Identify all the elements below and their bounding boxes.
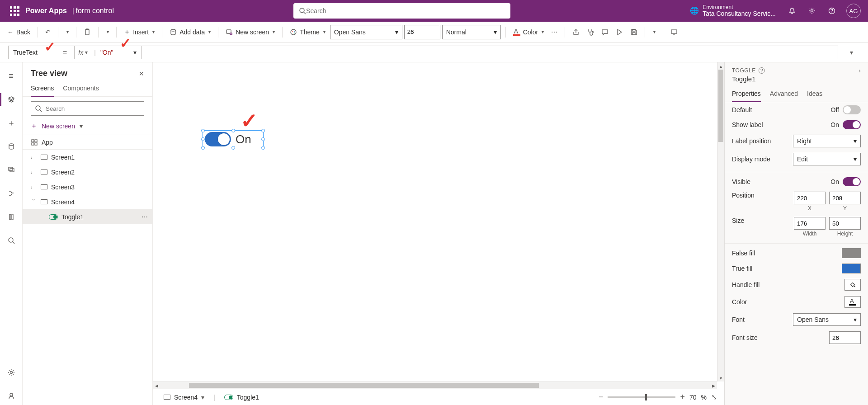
scroll-right-button[interactable]: ▸ — [710, 382, 717, 389]
tab-components[interactable]: Components — [63, 82, 99, 96]
rail-virtual-agent[interactable] — [0, 387, 23, 405]
help-button[interactable] — [823, 0, 841, 22]
font-weight-select[interactable]: Normal ▾ — [442, 25, 501, 39]
expand-formula-button[interactable]: ▾ — [843, 49, 860, 56]
position-y-field[interactable] — [832, 195, 858, 202]
tree-search-input[interactable] — [46, 105, 140, 112]
font-size-input[interactable] — [404, 25, 440, 39]
new-screen-button[interactable]: New screen ▾ — [223, 25, 278, 39]
tree-node-screen3[interactable]: › Screen3 — [23, 179, 152, 194]
info-icon[interactable]: ? — [759, 67, 765, 74]
prop-visible-switch[interactable]: On — [830, 177, 861, 186]
false-fill-swatch[interactable] — [842, 248, 861, 258]
preview-button[interactable] — [613, 25, 626, 39]
breadcrumb-screen[interactable]: Screen4 ▾ — [160, 394, 208, 401]
undo-history-button[interactable]: ▾ — [63, 25, 71, 39]
chevron-down-icon[interactable]: › — [31, 199, 37, 205]
zoom-out-button[interactable]: − — [599, 392, 604, 402]
tree-node-screen4[interactable]: › Screen4 — [23, 194, 152, 209]
tree-new-screen-button[interactable]: ＋ New screen ▾ — [23, 120, 152, 135]
more-button[interactable]: ⋯ — [142, 213, 149, 221]
prop-font-size-input[interactable] — [829, 331, 861, 344]
width-input[interactable] — [794, 217, 826, 230]
theme-button[interactable]: Theme ▾ — [287, 25, 328, 39]
handle-fill-swatch[interactable] — [844, 279, 861, 291]
toggle-control[interactable]: On — [203, 132, 251, 146]
rail-insert[interactable]: ＋ — [0, 114, 23, 132]
resize-handle[interactable] — [201, 137, 205, 141]
rail-menu-button[interactable]: ≡ — [0, 67, 23, 85]
paste-options-button[interactable]: ▾ — [103, 25, 112, 39]
chevron-down-icon[interactable]: ▾ — [201, 394, 204, 401]
label-position-select[interactable]: Right ▾ — [793, 135, 861, 147]
rail-search[interactable] — [0, 231, 23, 250]
font-family-select[interactable]: Open Sans ▾ — [330, 25, 402, 39]
rail-settings[interactable] — [0, 363, 23, 381]
tab-ideas[interactable]: Ideas — [807, 87, 822, 102]
user-avatar[interactable]: AG — [846, 4, 861, 18]
font-select[interactable]: Open Sans ▾ — [793, 313, 861, 326]
scroll-up-button[interactable]: ▴ — [717, 62, 724, 70]
scroll-down-button[interactable]: ▾ — [717, 374, 724, 381]
width-field[interactable] — [797, 220, 822, 227]
scroll-thumb[interactable] — [189, 383, 539, 388]
brand-label[interactable]: Power Apps — [25, 7, 67, 15]
environment-picker[interactable]: 🌐 Environment Tata Consultancy Servic... — [690, 5, 776, 18]
prop-show-label-switch[interactable]: On — [830, 120, 861, 129]
rail-variables[interactable] — [0, 208, 23, 226]
zoom-in-button[interactable]: + — [680, 392, 685, 402]
position-x-input[interactable] — [794, 192, 826, 204]
close-pane-button[interactable]: ✕ — [139, 70, 144, 77]
app-launcher[interactable] — [4, 6, 25, 16]
save-options-button[interactable]: ▾ — [650, 25, 658, 39]
global-search-input[interactable] — [306, 7, 505, 14]
paste-button[interactable] — [81, 25, 94, 39]
add-data-button[interactable]: Add data ▾ — [167, 25, 213, 39]
zoom-slider[interactable] — [608, 396, 675, 398]
horizontal-scrollbar[interactable]: ◂ ▸ — [153, 381, 717, 389]
switch-track[interactable] — [843, 177, 861, 186]
height-input[interactable] — [829, 217, 861, 230]
resize-handle[interactable] — [201, 146, 205, 150]
chevron-right-icon[interactable]: › — [31, 155, 37, 160]
color-swatch[interactable]: A — [844, 296, 861, 308]
publish-button[interactable] — [668, 25, 680, 39]
save-button[interactable] — [627, 25, 640, 39]
formula-input[interactable]: fx ▾ | "On" ✓ — [74, 46, 838, 59]
height-field[interactable] — [832, 220, 858, 227]
zoom-thumb[interactable] — [645, 394, 647, 400]
chevron-right-icon[interactable]: › — [31, 170, 37, 175]
true-fill-swatch[interactable] — [842, 264, 861, 273]
tree-node-toggle1[interactable]: Toggle1 ⋯ — [23, 209, 152, 224]
vertical-scrollbar[interactable]: ▴ ▾ — [717, 62, 724, 381]
position-x-field[interactable] — [797, 195, 822, 202]
tab-advanced[interactable]: Advanced — [770, 87, 798, 102]
back-button[interactable]: ← Back — [5, 25, 33, 39]
display-mode-select[interactable]: Edit ▾ — [793, 153, 861, 165]
comments-button[interactable] — [599, 25, 611, 39]
scroll-left-button[interactable]: ◂ — [153, 382, 160, 389]
selection-box[interactable]: On — [203, 130, 264, 148]
switch-track[interactable] — [843, 120, 861, 129]
tab-screens[interactable]: Screens — [31, 82, 54, 96]
notifications-button[interactable] — [783, 0, 801, 22]
tree-node-screen2[interactable]: › Screen2 — [23, 165, 152, 179]
collapse-pane-button[interactable]: › — [859, 67, 861, 74]
resize-handle[interactable] — [201, 129, 205, 132]
font-color-button[interactable]: A Color ▾ — [510, 25, 547, 39]
scroll-thumb[interactable] — [718, 70, 723, 142]
tree-node-app[interactable]: App — [23, 135, 152, 150]
prop-default-switch[interactable]: Off — [831, 105, 861, 114]
rail-media[interactable] — [0, 161, 23, 179]
settings-button[interactable] — [803, 0, 821, 22]
tab-properties[interactable]: Properties — [732, 87, 761, 102]
switch-track[interactable] — [843, 105, 861, 114]
app-checker-button[interactable] — [584, 25, 597, 39]
resize-handle[interactable] — [231, 146, 235, 150]
design-canvas[interactable]: On ✓ ▴ ▾ ◂ ▸ — [153, 62, 724, 389]
resize-handle[interactable] — [231, 129, 235, 132]
share-button[interactable] — [570, 25, 582, 39]
more-commands-button[interactable]: ⋯ — [548, 25, 560, 39]
position-y-input[interactable] — [829, 192, 861, 204]
chevron-right-icon[interactable]: › — [31, 184, 37, 190]
